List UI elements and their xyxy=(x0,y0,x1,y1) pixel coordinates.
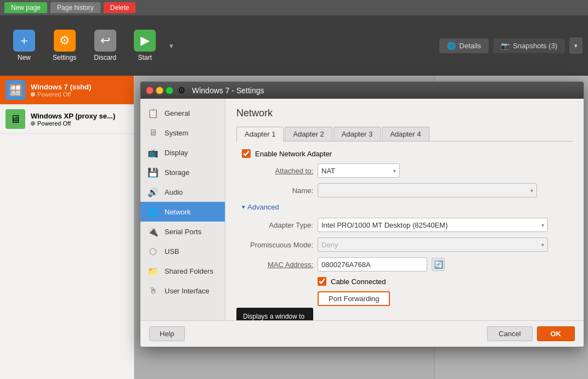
dialog-overlay: ⚙ Windows 7 - Settings 📋 General 🖥 Syste… xyxy=(134,76,588,379)
nav-item-display[interactable]: 📺 Display xyxy=(140,143,225,162)
toolbar-dropdown[interactable]: ▾ xyxy=(166,35,177,56)
ok-button[interactable]: OK xyxy=(537,326,575,341)
adapter-type-label: Adapter Type: xyxy=(236,221,313,229)
nav-item-system[interactable]: 🖥 System xyxy=(140,123,225,143)
mac-address-input[interactable] xyxy=(318,257,427,271)
enable-adapter-row: Enable Network Adapter xyxy=(236,149,573,158)
port-forwarding-tooltip: Displays a window to configure port forw… xyxy=(236,308,313,320)
maximize-button[interactable] xyxy=(166,87,173,94)
vm-status-dot-winxp xyxy=(31,121,35,126)
enable-adapter-checkbox[interactable] xyxy=(242,149,251,158)
browser-tab-delete[interactable]: Delete xyxy=(104,2,136,13)
close-button[interactable] xyxy=(146,87,154,94)
new-button[interactable]: ＋ New xyxy=(5,25,43,66)
settings-nav: 📋 General 🖥 System 📺 Display 💾 xyxy=(140,99,225,320)
adapter-tab-1[interactable]: Adapter 1 xyxy=(236,127,284,142)
vm-sidebar: 🪟 Windows 7 (sshd) Powered Off 🖥 Windows… xyxy=(0,76,134,379)
attached-to-label: Attached to: xyxy=(236,167,313,175)
cable-connected-checkbox[interactable] xyxy=(318,277,326,286)
toolbar-right: 🌐 Details 📷 Snapshots (3) ▾ xyxy=(439,37,583,54)
port-forwarding-row: Port Forwarding Displays a window to con… xyxy=(236,291,573,306)
dialog-titlebar: ⚙ Windows 7 - Settings xyxy=(140,82,584,99)
snapshots-button[interactable]: 📷 Snapshots (3) xyxy=(493,38,565,53)
attached-to-arrow: ▾ xyxy=(393,168,396,174)
browser-bar: New page Page history Delete xyxy=(0,0,588,15)
name-input[interactable]: ▾ xyxy=(318,183,537,197)
settings-dialog: ⚙ Windows 7 - Settings 📋 General 🖥 Syste… xyxy=(140,81,584,347)
content-area: 📋 Clone repository Home Nginx как локаль… xyxy=(134,76,588,379)
page-title: Network xyxy=(236,108,573,119)
nav-item-audio[interactable]: 🔊 Audio xyxy=(140,182,225,202)
vm-icon-win7: 🪟 xyxy=(5,80,25,100)
adapter-tabs: Adapter 1 Adapter 2 Adapter 3 Adapter 4 xyxy=(236,127,573,142)
minimize-button[interactable] xyxy=(156,87,163,94)
discard-icon: ↩ xyxy=(94,30,116,52)
vm-info-winxp: Windows XP (proxy se...) Powered Off xyxy=(31,112,128,127)
display-icon: 📺 xyxy=(147,146,159,159)
adapter-tab-2[interactable]: Adapter 2 xyxy=(285,127,332,141)
usb-icon: ⬡ xyxy=(147,245,159,257)
name-row: Name: ▾ xyxy=(236,183,573,197)
nav-item-ui[interactable]: 🖱 User Interface xyxy=(140,281,225,301)
start-icon: ▶ xyxy=(134,30,156,52)
adapter-tab-4[interactable]: Adapter 4 xyxy=(382,127,429,141)
dialog-icon: ⚙ xyxy=(178,85,185,95)
advanced-toggle[interactable]: ▾ Advanced xyxy=(242,203,573,211)
general-icon: 📋 xyxy=(147,107,159,119)
mac-address-row: MAC Address: 🔄 xyxy=(236,257,573,271)
nav-item-network[interactable]: 🌐 Network xyxy=(140,202,225,222)
dialog-footer: Help Cancel OK xyxy=(140,320,584,347)
snapshots-icon: 📷 xyxy=(501,42,510,50)
nav-item-usb[interactable]: ⬡ USB xyxy=(140,241,225,261)
promiscuous-arrow: ▾ xyxy=(541,242,544,248)
vm-info-win7: Windows 7 (sshd) Powered Off xyxy=(31,83,128,98)
shared-icon: 📁 xyxy=(147,265,159,277)
ui-icon: 🖱 xyxy=(147,285,159,297)
promiscuous-mode-label: Promiscuous Mode: xyxy=(236,241,313,249)
adapter-type-select[interactable]: Intel PRO/1000 MT Desktop (82540EM) ▾ xyxy=(318,218,548,232)
name-arrow: ▾ xyxy=(530,188,533,194)
dialog-title: Windows 7 - Settings xyxy=(192,86,264,95)
nav-item-storage[interactable]: 💾 Storage xyxy=(140,162,225,182)
adapter-type-arrow: ▾ xyxy=(541,222,544,228)
mac-address-label: MAC Address: xyxy=(236,261,313,269)
settings-button[interactable]: ⚙ Settings xyxy=(45,25,84,66)
cancel-button[interactable]: Cancel xyxy=(487,326,532,341)
network-icon: 🌐 xyxy=(147,206,159,218)
vm-item-winxp[interactable]: 🖥 Windows XP (proxy se...) Powered Off xyxy=(0,105,134,134)
serial-icon: 🔌 xyxy=(147,225,159,237)
nav-item-shared[interactable]: 📁 Shared Folders xyxy=(140,261,225,281)
attached-to-select[interactable]: NAT ▾ xyxy=(318,163,400,178)
vm-item-win7[interactable]: 🪟 Windows 7 (sshd) Powered Off xyxy=(0,76,134,105)
main-window: ＋ New ⚙ Settings ↩ Discard ▶ Start ▾ 🌐 D… xyxy=(0,15,588,379)
toolbar: ＋ New ⚙ Settings ↩ Discard ▶ Start ▾ 🌐 D… xyxy=(0,15,588,76)
discard-button[interactable]: ↩ Discard xyxy=(86,25,124,66)
details-icon: 🌐 xyxy=(447,42,456,50)
attached-to-row: Attached to: NAT ▾ xyxy=(236,163,573,178)
mac-refresh-button[interactable]: 🔄 xyxy=(432,258,445,271)
promiscuous-mode-row: Promiscuous Mode: Deny ▾ xyxy=(236,237,573,252)
storage-icon: 💾 xyxy=(147,166,159,178)
adapter-type-row: Adapter Type: Intel PRO/1000 MT Desktop … xyxy=(236,218,573,232)
details-button[interactable]: 🌐 Details xyxy=(439,38,489,53)
footer-buttons: Cancel OK xyxy=(487,326,575,341)
name-label: Name: xyxy=(236,186,313,195)
vm-status-dot-win7 xyxy=(31,92,35,97)
start-button[interactable]: ▶ Start xyxy=(126,25,163,66)
port-forwarding-button[interactable]: Port Forwarding xyxy=(318,291,390,306)
cable-connected-row: Cable Connected xyxy=(236,277,573,286)
system-icon: 🖥 xyxy=(147,127,159,139)
browser-tab-new[interactable]: New page xyxy=(4,2,47,13)
advanced-arrow: ▾ xyxy=(242,203,245,211)
dialog-body: 📋 General 🖥 System 📺 Display 💾 xyxy=(140,99,584,320)
window-controls xyxy=(146,87,173,94)
audio-icon: 🔊 xyxy=(147,186,159,198)
toolbar-menu-button[interactable]: ▾ xyxy=(569,37,583,54)
adapter-tab-3[interactable]: Adapter 3 xyxy=(333,127,381,141)
browser-tab-history[interactable]: Page history xyxy=(50,2,100,13)
nav-item-general[interactable]: 📋 General xyxy=(140,103,225,123)
settings-icon: ⚙ xyxy=(54,30,76,52)
promiscuous-mode-select[interactable]: Deny ▾ xyxy=(318,237,548,252)
nav-item-serial[interactable]: 🔌 Serial Ports xyxy=(140,222,225,241)
help-button[interactable]: Help xyxy=(149,326,185,341)
